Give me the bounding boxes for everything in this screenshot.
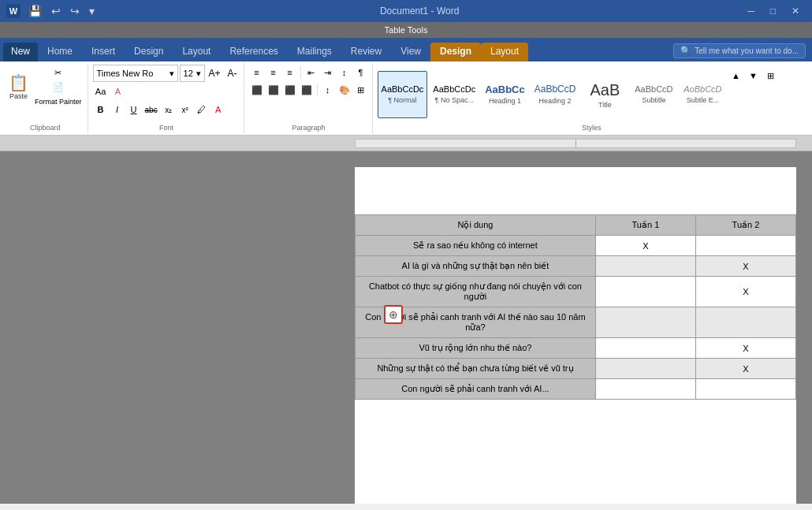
styles-scroll-up[interactable]: ▲ bbox=[728, 68, 743, 84]
style-subtitle[interactable]: AaBbCcD Subtitle bbox=[630, 71, 677, 118]
multilevel-btn[interactable]: ≡ bbox=[282, 65, 298, 80]
tab-layout[interactable]: Layout bbox=[173, 43, 220, 61]
change-case-btn[interactable]: Aa bbox=[93, 84, 109, 99]
cell-tuan1[interactable] bbox=[595, 379, 695, 400]
underline-button[interactable]: U bbox=[126, 102, 142, 117]
style-heading1-label: Heading 1 bbox=[489, 97, 521, 105]
tab-references[interactable]: References bbox=[220, 43, 287, 61]
word-icon: W bbox=[6, 4, 20, 18]
shading-btn[interactable]: 🎨 bbox=[337, 82, 352, 98]
cell-tuan1[interactable] bbox=[595, 256, 695, 277]
cell-tuan2[interactable]: X bbox=[695, 359, 795, 379]
style-normal[interactable]: AaBbCcDc ¶ Normal bbox=[378, 71, 428, 118]
title-bar: W 💾 ↩ ↪ ▾ Document1 - Word ─ □ ✕ bbox=[0, 0, 812, 22]
format-painter-button[interactable]: Format Painter bbox=[32, 95, 84, 109]
maximize-btn[interactable]: □ bbox=[764, 4, 782, 18]
align-right-btn[interactable]: ⬛ bbox=[282, 82, 298, 98]
align-left-btn[interactable]: ⬛ bbox=[249, 82, 265, 98]
cell-content[interactable]: Những sự thật có thể bạn chưa từng biết … bbox=[356, 359, 596, 379]
paragraph-group: ≡ ≡ ≡ ⇤ ⇥ ↕ ¶ ⬛ ⬛ ⬛ ⬛ ↕ 🎨 ⊞ Paragraph bbox=[246, 63, 373, 133]
styles-scroll-down[interactable]: ▼ bbox=[745, 68, 761, 84]
decrease-indent-btn[interactable]: ⇤ bbox=[304, 65, 319, 80]
ribbon-search[interactable]: 🔍 Tell me what you want to do... bbox=[673, 43, 806, 58]
style-title[interactable]: AaB Title bbox=[581, 71, 628, 118]
clear-format-btn[interactable]: A bbox=[110, 84, 126, 99]
undo-quick-btn[interactable]: ↩ bbox=[48, 3, 64, 19]
italic-button[interactable]: I bbox=[110, 102, 125, 117]
tab-view[interactable]: View bbox=[391, 43, 430, 61]
ruler bbox=[0, 136, 812, 151]
cell-content[interactable]: Sẽ ra sao nếu không có internet bbox=[356, 236, 596, 256]
cell-tuan1[interactable] bbox=[595, 359, 695, 379]
style-subtle[interactable]: AoBbCcD Subtle E... bbox=[679, 71, 726, 118]
style-no-spacing[interactable]: AaBbCcDc ¶ No Spac... bbox=[429, 71, 479, 118]
minimize-btn[interactable]: ─ bbox=[741, 4, 761, 18]
tab-table-design[interactable]: Design bbox=[430, 43, 481, 61]
quick-access: 💾 ↩ ↪ ▾ bbox=[25, 3, 98, 19]
copy-button[interactable]: 📄 bbox=[32, 80, 84, 94]
table-move-handle[interactable]: ⊕ bbox=[384, 305, 403, 324]
table-row: Sẽ ra sao nếu không có internetX bbox=[356, 236, 796, 256]
tab-file[interactable]: New bbox=[3, 43, 38, 61]
cell-content[interactable]: Chatbot có thực sự giống như đang nói ch… bbox=[356, 277, 596, 307]
cell-tuan1[interactable]: X bbox=[595, 236, 695, 256]
cell-tuan2[interactable]: X bbox=[695, 277, 795, 307]
decrease-font-btn[interactable]: A- bbox=[225, 65, 240, 81]
save-quick-btn[interactable]: 💾 bbox=[25, 3, 45, 19]
style-heading2[interactable]: AaBbCcD Heading 2 bbox=[531, 71, 580, 118]
dropdown-quick-btn[interactable]: ▾ bbox=[86, 3, 98, 19]
style-subtle-sample: AoBbCcD bbox=[683, 84, 721, 95]
table-row: Con người sẽ phải canh tranh với AI... bbox=[356, 379, 796, 400]
font-size-selector[interactable]: 12 ▾ bbox=[180, 65, 205, 82]
strikethrough-button[interactable]: abc bbox=[143, 102, 160, 117]
cell-tuan2[interactable]: X bbox=[695, 256, 795, 277]
cell-content[interactable]: AI là gì và những sự thật bạn nên biết bbox=[356, 256, 596, 277]
subscript-button[interactable]: x₂ bbox=[161, 102, 177, 117]
cell-content[interactable]: Vũ trụ rộng lớn nhu thế nào? bbox=[356, 338, 596, 359]
bold-button[interactable]: B bbox=[93, 102, 109, 117]
cell-tuan2[interactable] bbox=[695, 379, 795, 400]
cell-tuan2[interactable] bbox=[695, 307, 795, 338]
paste-button[interactable]: 📋 Paste bbox=[6, 65, 31, 109]
sort-btn[interactable]: ↕ bbox=[337, 65, 352, 80]
show-formatting-btn[interactable]: ¶ bbox=[353, 65, 369, 80]
cell-tuan1[interactable] bbox=[595, 338, 695, 359]
increase-indent-btn[interactable]: ⇥ bbox=[320, 65, 336, 80]
redo-quick-btn[interactable]: ↪ bbox=[67, 3, 83, 19]
style-heading1[interactable]: AaBbCc Heading 1 bbox=[481, 71, 529, 118]
header-tuan1: Tuần 1 bbox=[595, 215, 695, 236]
tab-design[interactable]: Design bbox=[125, 43, 173, 61]
bullets-btn[interactable]: ≡ bbox=[249, 65, 265, 80]
cell-tuan2[interactable] bbox=[695, 236, 795, 256]
font-name-selector[interactable]: Times New Ro ▾ bbox=[93, 65, 178, 82]
line-spacing-btn[interactable]: ↕ bbox=[320, 82, 336, 98]
styles-more[interactable]: ⊞ bbox=[762, 68, 778, 84]
borders-btn[interactable]: ⊞ bbox=[353, 82, 369, 98]
tab-table-layout[interactable]: Layout bbox=[481, 43, 528, 61]
window-controls: ─ □ ✕ bbox=[741, 4, 806, 18]
tab-insert[interactable]: Insert bbox=[82, 43, 125, 61]
style-title-sample: AaB bbox=[590, 80, 620, 99]
cell-tuan1[interactable] bbox=[595, 307, 695, 338]
cell-tuan1[interactable] bbox=[595, 277, 695, 307]
close-btn[interactable]: ✕ bbox=[785, 4, 806, 18]
clipboard-label: Clipboard bbox=[6, 124, 84, 133]
font-color-btn[interactable]: A bbox=[210, 102, 226, 117]
tab-home[interactable]: Home bbox=[38, 43, 82, 61]
justify-btn[interactable]: ⬛ bbox=[299, 82, 315, 98]
style-heading2-label: Heading 2 bbox=[539, 97, 572, 105]
clipboard-group: 📋 Paste ✂ 📄 Format Painter Clipboard bbox=[3, 63, 88, 133]
cell-content[interactable]: Con người sẽ phải canh tranh với AI... bbox=[356, 379, 596, 400]
numbering-btn[interactable]: ≡ bbox=[266, 65, 281, 80]
tab-mailings[interactable]: Mailings bbox=[288, 43, 341, 61]
superscript-button[interactable]: x² bbox=[177, 102, 193, 117]
highlight-btn[interactable]: 🖊 bbox=[194, 102, 210, 117]
increase-font-btn[interactable]: A+ bbox=[207, 65, 223, 81]
cell-tuan2[interactable]: X bbox=[695, 338, 795, 359]
cut-button[interactable]: ✂ bbox=[32, 66, 84, 80]
tab-review[interactable]: Review bbox=[341, 43, 391, 61]
align-center-btn[interactable]: ⬛ bbox=[266, 82, 281, 98]
style-subtitle-label: Subtitle bbox=[642, 96, 665, 104]
style-no-spacing-sample: AaBbCcDc bbox=[433, 84, 475, 95]
ribbon-tabs: New Home Insert Design Layout References… bbox=[0, 38, 812, 61]
